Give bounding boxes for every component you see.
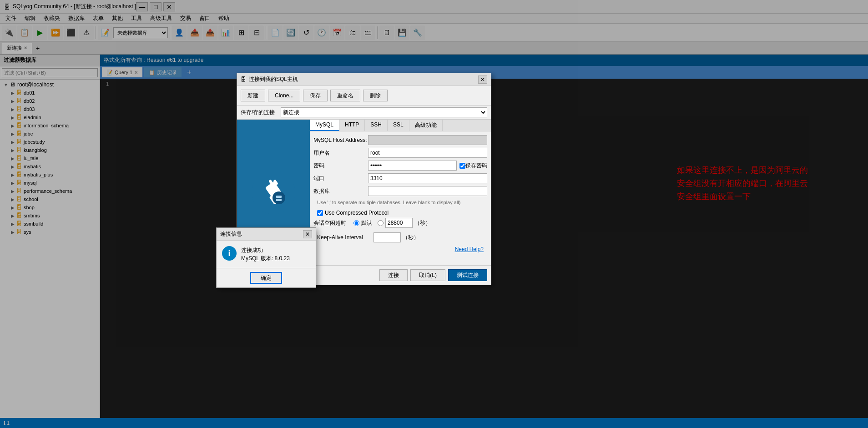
connect-dialog-titlebar: 🗄 连接到我的SQL主机 ✕ [237, 73, 491, 86]
keepalive-section: Keep-Alive Interval （秒） [313, 231, 487, 244]
host-row: MySQL Host Address: [313, 135, 487, 145]
database-hint: Use ';' to separate multiple databases. … [313, 199, 487, 208]
password-row: 密码 保存密码 [313, 161, 487, 171]
port-input[interactable] [368, 173, 487, 183]
info-line2: MySQL 版本: 8.0.23 [241, 254, 290, 262]
connect-dialog-icon: 🗄 [241, 76, 246, 83]
timeout-input[interactable] [385, 218, 413, 228]
compressed-label: Use Compressed Protocol [325, 210, 389, 216]
connect-dialog-title: 连接到我的SQL主机 [249, 76, 478, 83]
session-label: 会话空闲超时 [313, 219, 350, 227]
connect-button[interactable]: 连接 [379, 269, 408, 281]
save-password-label: 保存密码 [465, 162, 487, 170]
connect-dialog-close[interactable]: ✕ [478, 76, 487, 84]
port-row: 端口 [313, 173, 487, 183]
host-input-blurred [368, 135, 487, 145]
port-label: 端口 [313, 175, 368, 182]
database-input[interactable] [368, 186, 487, 196]
svg-rect-6 [276, 196, 282, 198]
host-label: MySQL Host Address: [313, 137, 368, 143]
timeout-unit: （秒） [414, 219, 431, 227]
need-help-link[interactable]: Need Help? [455, 246, 484, 252]
tab-mysql[interactable]: MySQL [310, 120, 339, 131]
info-dialog-close[interactable]: ✕ [303, 230, 312, 238]
need-help-row: Need Help? [313, 244, 487, 254]
password-input[interactable] [368, 161, 457, 171]
saved-connection-label: 保存/存的连接 [241, 109, 277, 116]
database-row: 数据库 [313, 186, 487, 196]
delete-connection-button[interactable]: 删除 [363, 90, 388, 101]
username-label: 用户名 [313, 149, 368, 157]
info-dialog-titlebar: 连接信息 ✕ [217, 228, 316, 241]
connect-dialog-toolbar: 新建 Clone... 保存 重命名 删除 [237, 86, 491, 106]
tab-ssl[interactable]: SSL [388, 120, 409, 131]
default-radio-label: 默认 [361, 219, 372, 227]
username-row: 用户名 [313, 148, 487, 158]
username-input[interactable] [368, 148, 487, 158]
cancel-button[interactable]: 取消(L) [410, 269, 445, 281]
info-dialog-title: 连接信息 [220, 230, 303, 238]
info-text: 连接成功 MySQL 版本: 8.0.23 [241, 246, 290, 262]
connect-icon-svg [251, 170, 296, 215]
info-ok-button[interactable]: 确定 [250, 272, 282, 284]
info-line1: 连接成功 [241, 246, 290, 254]
test-connection-button[interactable]: 测试连接 [448, 269, 487, 281]
default-radio[interactable] [353, 220, 359, 226]
save-connection-button[interactable]: 保存 [303, 90, 328, 101]
keepalive-label: Keep-Alive Interval [317, 234, 372, 241]
session-row: 会话空闲超时 默认 （秒） [313, 218, 487, 228]
connect-dialog-right: MySQL HTTP SSH SSL 高级功能 MySQL Host Addre… [310, 120, 491, 265]
tab-ssh[interactable]: SSH [365, 120, 388, 131]
saved-connection-select[interactable]: 新连接 [281, 107, 487, 117]
password-label: 密码 [313, 162, 368, 170]
custom-radio-item: （秒） [378, 218, 431, 228]
info-icon: i [222, 246, 237, 261]
save-password-checkbox[interactable] [459, 163, 465, 169]
default-radio-item: 默认 [353, 219, 372, 227]
info-dialog-body: i 连接成功 MySQL 版本: 8.0.23 [217, 241, 316, 268]
connect-form-tabs: MySQL HTTP SSH SSL 高级功能 [310, 120, 491, 131]
compressed-checkbox[interactable] [317, 210, 323, 216]
radio-group: 默认 （秒） [353, 218, 431, 228]
new-connection-button[interactable]: 新建 [241, 90, 265, 101]
keepalive-unit: （秒） [403, 234, 419, 242]
rename-connection-button[interactable]: 重命名 [330, 90, 360, 101]
info-dialog: 连接信息 ✕ i 连接成功 MySQL 版本: 8.0.23 确定 [216, 227, 316, 288]
custom-radio[interactable] [378, 220, 384, 226]
connect-form: MySQL Host Address: 用户名 密码 保存密码 [310, 131, 491, 258]
tab-http[interactable]: HTTP [339, 120, 365, 131]
saved-connection-row: 保存/存的连接 新连接 [237, 106, 491, 120]
info-dialog-footer: 确定 [217, 268, 316, 287]
keepalive-input[interactable] [373, 232, 401, 242]
tab-advanced[interactable]: 高级功能 [409, 120, 443, 131]
compressed-row: Use Compressed Protocol [313, 208, 487, 218]
database-label: 数据库 [313, 187, 368, 195]
svg-rect-7 [276, 199, 282, 201]
clone-connection-button[interactable]: Clone... [268, 90, 300, 101]
